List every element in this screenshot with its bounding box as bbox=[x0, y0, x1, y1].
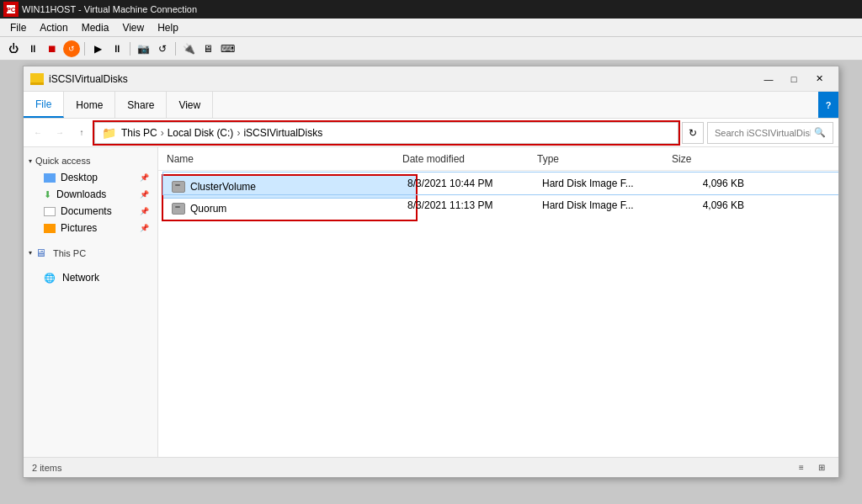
col-header-date[interactable]: Date modified bbox=[402, 153, 537, 165]
sidebar-documents-label: Documents bbox=[61, 205, 112, 217]
content-area: Name Date modified Type Size bbox=[158, 147, 838, 457]
ribbon-tab-share[interactable]: Share bbox=[115, 92, 167, 118]
display-btn[interactable]: 🖥 bbox=[200, 40, 216, 57]
vm-menu-media[interactable]: Media bbox=[75, 20, 116, 35]
sidebar: ▾ Quick access Desktop 📌 ⬇ Downloads 📌 D… bbox=[24, 147, 158, 457]
search-icon: 🔍 bbox=[814, 127, 826, 138]
vm-window: PC WIN11HOST - Virtual Machine Connectio… bbox=[0, 0, 862, 504]
explorer-window-controls: — □ ✕ bbox=[756, 66, 832, 92]
search-input[interactable] bbox=[715, 128, 811, 138]
desktop-icon bbox=[44, 173, 56, 183]
breadcrumb-folder[interactable]: iSCSIVirtualDisks bbox=[243, 127, 322, 139]
status-bar: 2 items ≡ ⊞ bbox=[24, 457, 838, 477]
file-date-cluster: 8/3/2021 10:44 PM bbox=[407, 178, 542, 189]
documents-icon bbox=[44, 207, 56, 216]
breadcrumb-sep-2: › bbox=[237, 127, 240, 139]
sidebar-network-label: Network bbox=[62, 272, 99, 284]
status-text: 2 items bbox=[32, 463, 61, 473]
refresh-button[interactable]: ↻ bbox=[682, 122, 704, 144]
table-row-full-quorum[interactable]: Quorum 8/3/2021 11:13 PM Hard Disk Image… bbox=[163, 194, 838, 216]
explorer-window: iSCSIVirtualDisks — □ ✕ File Home Share … bbox=[23, 66, 839, 478]
file-list: ClusterVolume Quorum bbox=[158, 171, 838, 457]
revert-btn[interactable]: ↺ bbox=[154, 40, 171, 57]
back-button[interactable]: ← bbox=[29, 124, 47, 142]
sidebar-item-documents[interactable]: Documents 📌 bbox=[24, 203, 157, 220]
file-size-quorum: 4,096 KB bbox=[677, 199, 744, 211]
column-headers: Name Date modified Type Size bbox=[158, 147, 838, 171]
address-path[interactable]: 📁 This PC › Local Disk (C:) › iSCSIVirtu… bbox=[94, 122, 678, 144]
sidebar-item-network[interactable]: 🌐 Network bbox=[24, 269, 157, 286]
quick-access-chevron: ▾ bbox=[29, 157, 32, 165]
sidebar-item-pictures[interactable]: Pictures 📌 bbox=[24, 220, 157, 236]
play-btn[interactable]: ▶ bbox=[89, 40, 106, 57]
breadcrumb-thispc[interactable]: This PC bbox=[121, 127, 157, 139]
toolbar-separator-1 bbox=[84, 42, 85, 56]
keyboard-btn[interactable]: ⌨ bbox=[219, 40, 236, 57]
toolbar-separator-3 bbox=[175, 42, 176, 56]
this-pc-label: This PC bbox=[53, 248, 86, 258]
vm-menubar: File Action Media View Help bbox=[0, 19, 862, 37]
reset-btn[interactable]: ↺ bbox=[63, 40, 80, 57]
large-view-button[interactable]: ⊞ bbox=[813, 460, 830, 475]
usb-btn[interactable]: 🔌 bbox=[180, 40, 197, 57]
col-header-name[interactable]: Name bbox=[167, 153, 402, 165]
toolbar-separator-2 bbox=[130, 42, 130, 56]
details-view-button[interactable]: ≡ bbox=[793, 460, 810, 475]
maximize-button[interactable]: □ bbox=[781, 66, 806, 92]
network-icon: 🌐 bbox=[44, 273, 56, 284]
snapshot-btn[interactable]: 📷 bbox=[135, 40, 152, 57]
file-type-cluster: Hard Disk Image F... bbox=[542, 178, 677, 189]
vm-toolbar: ⏻ ⏸ ⏹ ↺ ▶ ⏸ 📷 ↺ 🔌 🖥 ⌨ bbox=[0, 37, 862, 61]
explorer-main: ▾ Quick access Desktop 📌 ⬇ Downloads 📌 D… bbox=[24, 147, 838, 457]
downloads-pin-icon: 📌 bbox=[140, 190, 149, 199]
sidebar-desktop-label: Desktop bbox=[61, 172, 98, 183]
explorer-titlebar: iSCSIVirtualDisks — □ ✕ bbox=[24, 66, 838, 92]
ribbon-tab-view[interactable]: View bbox=[167, 92, 213, 118]
vm-menu-view[interactable]: View bbox=[115, 20, 151, 35]
forward-button[interactable]: → bbox=[51, 124, 69, 142]
ribbon-tab-home[interactable]: Home bbox=[64, 92, 115, 118]
up-button[interactable]: ↑ bbox=[72, 124, 91, 142]
view-controls: ≡ ⊞ bbox=[793, 460, 830, 475]
pause-btn[interactable]: ⏸ bbox=[24, 40, 41, 57]
vm-titlebar-icon: PC bbox=[5, 3, 17, 15]
breadcrumb-sep-1: › bbox=[161, 127, 164, 139]
downloads-icon: ⬇ bbox=[44, 189, 51, 200]
pause2-btn[interactable]: ⏸ bbox=[109, 40, 125, 57]
quick-access-header[interactable]: ▾ Quick access bbox=[24, 152, 157, 169]
help-button[interactable]: ? bbox=[818, 92, 838, 118]
vm-titlebar: PC WIN11HOST - Virtual Machine Connectio… bbox=[0, 0, 862, 19]
search-box[interactable]: 🔍 bbox=[707, 122, 833, 144]
documents-pin-icon: 📌 bbox=[140, 207, 149, 215]
explorer-ribbon: File Home Share View ? bbox=[24, 92, 838, 119]
file-type-quorum: Hard Disk Image F... bbox=[542, 199, 677, 211]
close-button[interactable]: ✕ bbox=[806, 66, 832, 92]
file-size-cluster: 4,096 KB bbox=[677, 178, 744, 189]
vm-title-text: WIN11HOST - Virtual Machine Connection bbox=[22, 4, 857, 14]
vm-menu-file[interactable]: File bbox=[3, 20, 33, 35]
thispc-icon: 🖥 bbox=[35, 247, 46, 259]
sidebar-item-downloads[interactable]: ⬇ Downloads 📌 bbox=[24, 186, 157, 203]
thispc-chevron: ▾ bbox=[29, 249, 32, 257]
desktop-pin-icon: 📌 bbox=[140, 173, 149, 182]
breadcrumb-localdisk[interactable]: Local Disk (C:) bbox=[168, 127, 234, 139]
col-header-type[interactable]: Type bbox=[537, 153, 672, 165]
col-header-size[interactable]: Size bbox=[672, 153, 739, 165]
vm-menu-help[interactable]: Help bbox=[151, 20, 185, 35]
power-btn[interactable]: ⏻ bbox=[5, 40, 22, 57]
table-row-full-cluster[interactable]: ClusterVolume 8/3/2021 10:44 PM Hard Dis… bbox=[163, 172, 838, 194]
quick-access-label: Quick access bbox=[35, 156, 90, 166]
pictures-icon bbox=[44, 224, 56, 233]
explorer-title: iSCSIVirtualDisks bbox=[49, 73, 756, 85]
sidebar-downloads-label: Downloads bbox=[56, 188, 106, 200]
address-bar: ← → ↑ 📁 This PC › Local Disk (C:) › iSCS… bbox=[24, 119, 838, 147]
explorer-folder-icon bbox=[30, 73, 44, 85]
vm-menu-action[interactable]: Action bbox=[33, 20, 74, 35]
pictures-pin-icon: 📌 bbox=[140, 224, 149, 232]
minimize-button[interactable]: — bbox=[756, 66, 781, 92]
this-pc-header[interactable]: ▾ 🖥 This PC bbox=[24, 243, 157, 263]
stop-btn[interactable]: ⏹ bbox=[44, 40, 61, 57]
sidebar-item-desktop[interactable]: Desktop 📌 bbox=[24, 169, 157, 186]
address-folder-icon: 📁 bbox=[102, 126, 116, 140]
ribbon-tab-file[interactable]: File bbox=[24, 92, 64, 118]
